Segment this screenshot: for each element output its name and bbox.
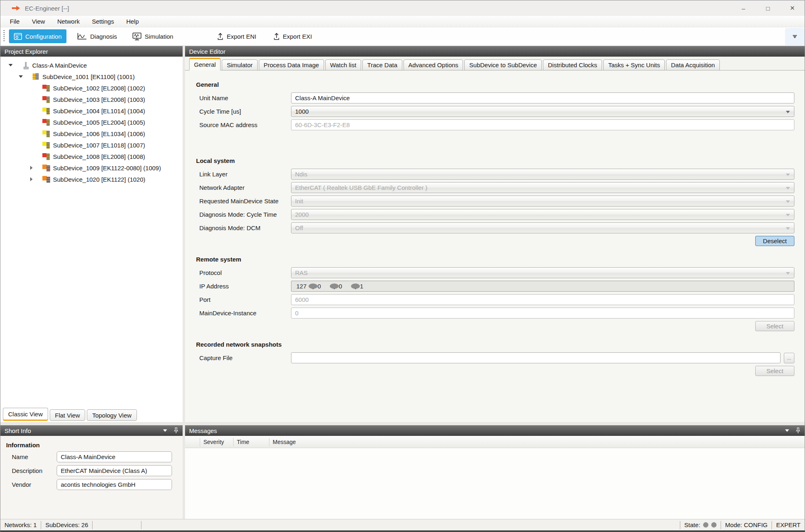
menu-item[interactable]: Settings [86,16,120,27]
editor-tab[interactable]: Simulator [222,59,257,70]
maindevice-instance-label: MainDevice-Instance [196,310,291,317]
expander-open-icon[interactable] [16,71,25,82]
tree-item[interactable]: SubDevice_1005 [EL2004] (1005) [0,117,183,128]
description-label: Description [6,467,57,474]
remote-system-section-title: Remote system [196,256,805,264]
snapshots-section-title: Recorded network snapshots [196,341,805,349]
configuration-label: Configuration [25,33,62,40]
tree-item[interactable]: SubDevice_1008 [EL2008] (1008) [0,151,183,162]
editor-tab[interactable]: General [189,58,221,70]
tree-item[interactable]: SubDevice_1001 [EK1100] (1001) [0,71,183,82]
protocol-label: Protocol [196,269,291,276]
tree-item[interactable]: SubDevice_1006 [EL1034] (1006) [0,128,183,139]
pin-icon[interactable] [174,427,179,434]
messages-header: Messages [185,425,805,436]
tree-item[interactable]: SubDevice_1004 [EL1014] (1004) [0,105,183,117]
status-bar: Networks: 1 SubDevices: 26 State: Mode: … [0,519,805,530]
view-tab[interactable]: Flat View [50,409,85,421]
horizontal-splitter[interactable] [185,422,805,425]
chevron-down-icon[interactable] [163,429,167,432]
tree-item-label: SubDevice_1001 [EK1100] (1001) [42,73,135,80]
diag-dcm-label: Diagnosis Mode: DCM [196,224,291,231]
terminal-yellow-icon [42,142,51,149]
terminal-red-icon [42,119,51,126]
simulation-icon [132,33,141,40]
toolbar-grip[interactable] [3,30,5,42]
select-button: Select [755,321,794,331]
name-field[interactable] [57,451,172,462]
severity-column-header[interactable]: Severity [200,438,233,446]
simulation-button[interactable]: Simulation [128,29,178,43]
close-icon[interactable]: ✕ [780,0,805,16]
tree-item[interactable]: SubDevice_1020 [EK1122] (1020) [0,174,183,185]
ip-address-label: IP Address [196,283,291,290]
terminal-yellow-icon [42,130,51,137]
browse-button[interactable]: ... [784,353,794,363]
port-field [291,294,794,305]
horizontal-splitter[interactable] [0,422,183,425]
tree-item[interactable]: SubDevice_1007 [EL1018] (1007) [0,139,183,151]
view-tab[interactable]: Classic View [3,408,48,421]
maximize-icon[interactable]: □ [756,0,780,16]
overflow-icon [793,35,797,36]
tree-item[interactable]: SubDevice_1009 [EK1122-0080] (1009) [0,162,183,174]
menu-item[interactable]: File [4,16,26,27]
editor-tab[interactable]: SubDevice to SubDevice [464,59,542,70]
diagnosis-button[interactable]: Diagnosis [72,29,122,43]
local-system-section-title: Local system [196,157,805,165]
bus-coupler-icon [32,73,40,80]
editor-tab[interactable]: Data Acquisition [666,59,720,70]
terminal-red-icon [42,153,51,160]
export-eni-button[interactable]: Export ENI [212,29,261,43]
protocol-select: RAS [291,267,794,278]
export-exi-label: Export EXI [283,33,312,40]
export-exi-button[interactable]: Export EXI [269,29,317,43]
messages-panel: Messages Severity Time Message [185,425,805,519]
editor-tab[interactable]: Distributed Clocks [543,59,602,70]
vendor-label: Vendor [6,481,57,488]
minimize-icon[interactable]: – [731,0,756,16]
tree-item[interactable]: Class-A MainDevice [0,59,183,71]
terminal-yellow-icon [42,108,51,114]
requested-state-label: Requested MainDevice State [196,198,291,204]
menu-item[interactable]: View [26,16,51,27]
main-area: Project Explorer Class-A MainDevice SubD… [0,46,805,519]
expander-open-icon[interactable] [6,59,15,71]
maindevice-instance-field [291,308,794,319]
editor-tab[interactable]: Trace Data [362,59,402,70]
expander-closed-icon[interactable] [27,174,36,185]
editor-tab[interactable]: Advanced Options [404,59,463,70]
cycle-time-label: Cycle Time [us] [196,108,291,115]
editor-tab[interactable]: Tasks + Sync Units [603,59,665,70]
state-dot-icon [703,522,708,528]
ip-address-field[interactable]: 127 . 0 . 0 . 1 [291,281,794,292]
export-eni-label: Export ENI [227,33,256,40]
expander-placeholder [27,82,36,94]
message-column-header[interactable]: Message [269,438,805,446]
description-field[interactable] [57,465,172,476]
editor-tab[interactable]: Process Data Image [259,59,324,70]
vendor-field[interactable] [57,479,172,490]
menu-item[interactable]: Help [120,16,145,27]
device-editor: Device Editor GeneralSimulatorProcess Da… [185,46,805,422]
unit-name-field[interactable] [291,92,794,103]
configuration-button[interactable]: Configuration [9,29,66,43]
editor-tab[interactable]: Watch list [325,59,361,70]
tree-item[interactable]: SubDevice_1002 [EL2008] (1002) [0,82,183,94]
cycle-time-select[interactable]: 1000 [291,106,794,117]
view-tab[interactable]: Topology View [87,409,137,421]
toolbar-overflow-button[interactable] [785,28,805,45]
capture-file-field[interactable] [291,352,781,363]
tree-item[interactable]: SubDevice_1003 [EL2008] (1003) [0,94,183,105]
expander-closed-icon[interactable] [27,162,36,174]
pin-icon[interactable] [796,427,801,434]
chevron-down-icon[interactable] [785,429,789,432]
networks-status: Networks: 1 [0,521,41,529]
expander-placeholder [27,128,36,139]
time-column-header[interactable]: Time [233,438,269,446]
expander-placeholder [27,105,36,117]
menu-item[interactable]: Network [51,16,86,27]
left-column: Project Explorer Class-A MainDevice SubD… [0,46,183,519]
junction-orange-icon [42,165,51,171]
deselect-button[interactable]: Deselect [755,236,794,246]
